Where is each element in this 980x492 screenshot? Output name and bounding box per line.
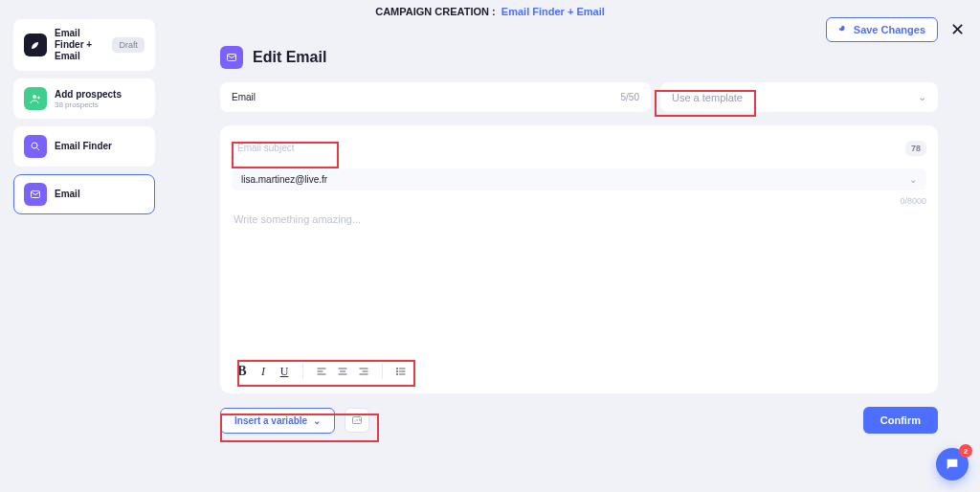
header-prefix: CAMPAIGN CREATION : [375,6,495,17]
from-email-value: lisa.martinez@live.fr [241,174,327,185]
subject-count-badge: 78 [905,141,926,156]
confirm-button[interactable]: Confirm [863,407,938,434]
chevron-down-icon: ⌄ [909,174,917,185]
page-title: Edit Email [253,49,326,66]
body-char-count: 0/8000 [232,196,926,206]
sidebar-item-label: Add prospects [55,89,145,101]
insert-variable-button[interactable]: Insert a variable ⌄ [220,408,335,434]
svg-point-0 [33,95,36,99]
confirm-label: Confirm [880,414,921,426]
svg-point-4 [397,369,398,369]
template-placeholder: Use a template [672,92,743,103]
sidebar-item-label: Email Finder + Email [55,28,104,62]
sidebar-item-label: Email Finder [55,141,145,152]
step-name-value: Email [232,92,621,102]
svg-point-6 [397,374,398,375]
underline-button[interactable]: U [274,361,295,382]
save-changes-label: Save Changes [854,24,925,35]
search-icon [24,135,47,158]
svg-point-5 [397,371,398,372]
save-changes-button[interactable]: Save Changes [826,17,938,42]
chat-badge: 2 [959,444,972,458]
chevron-down-icon: ⌄ [918,91,926,103]
sidebar-item-email-finder[interactable]: Email Finder [13,126,155,167]
toolbar-separator [382,364,383,379]
align-center-button[interactable] [332,361,353,382]
mail-icon [24,183,47,206]
campaign-header: CAMPAIGN CREATION : Email Finder + Email [0,6,980,17]
template-select[interactable]: Use a template ⌄ [660,82,938,112]
close-icon[interactable]: ✕ [950,19,965,40]
insert-variable-label: Insert a variable [234,415,307,426]
insert-gif-button[interactable] [345,408,369,433]
header-campaign-link[interactable]: Email Finder + Email [501,6,605,17]
align-left-button[interactable] [311,361,332,382]
step-name-field[interactable]: Email 5/50 [220,82,651,112]
sidebar-item-sub: 38 prospects [55,101,145,109]
subject-input[interactable] [232,135,898,161]
format-toolbar: B I U [232,361,926,382]
list-button[interactable] [390,361,412,382]
italic-button[interactable]: I [253,361,274,382]
main-panel: Edit Email Email 5/50 Use a template ⌄ 7… [220,46,938,481]
align-right-button[interactable] [353,361,374,382]
from-email-select[interactable]: lisa.martinez@live.fr ⌄ [232,168,926,190]
add-user-icon [24,87,47,110]
bold-button[interactable]: B [232,361,253,382]
sidebar-item-email[interactable]: Email [13,174,155,214]
svg-point-1 [32,143,37,148]
mail-icon [220,46,243,69]
sidebar: Email Finder + Email Draft Add prospects… [13,19,155,214]
sidebar-item-campaign[interactable]: Email Finder + Email Draft [13,19,155,71]
toolbar-separator [302,364,303,379]
body-textarea[interactable] [232,208,926,355]
save-icon [838,25,848,34]
sidebar-item-label: Email [55,189,145,200]
chevron-down-icon: ⌄ [313,415,321,426]
draft-badge: Draft [112,37,145,53]
sidebar-item-prospects[interactable]: Add prospects 38 prospects [13,78,155,119]
chat-launcher[interactable]: 2 [936,448,969,481]
email-editor: 78 lisa.martinez@live.fr ⌄ 0/8000 B I U [220,125,938,393]
leaf-icon [24,34,47,56]
step-name-count: 5/50 [621,92,639,102]
